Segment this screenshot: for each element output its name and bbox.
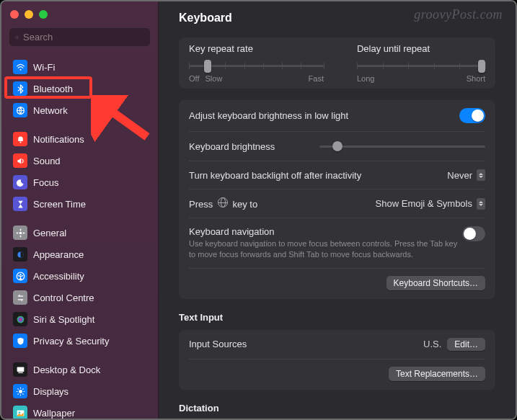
sidebar-item-focus[interactable]: Focus <box>9 172 151 192</box>
sidebar-item-label: Bluetooth <box>33 84 73 94</box>
sidebar-item-network[interactable]: Network <box>9 100 151 120</box>
sidebar-item-label: Sound <box>33 156 61 166</box>
close-window-button[interactable] <box>10 10 19 19</box>
input-sources-edit-button[interactable]: Edit… <box>447 338 485 351</box>
watermark-text: groovyPost.com <box>414 7 503 22</box>
zoom-window-button[interactable] <box>39 10 48 19</box>
svg-rect-7 <box>19 235 21 236</box>
sidebar-item-screen-time[interactable]: Screen Time <box>9 194 151 214</box>
delay-until-repeat-slider[interactable] <box>357 58 485 73</box>
sidebar-item-siri-spotlight[interactable]: Siri & Spotlight <box>9 309 151 329</box>
globe-key-value: Show Emoji & Symbols <box>376 198 472 209</box>
svg-point-0 <box>16 36 18 38</box>
svg-point-26 <box>18 411 19 413</box>
backlight-off-value: Never <box>447 170 472 181</box>
sidebar-item-label: Control Centre <box>33 292 94 303</box>
delay-long-label: Long <box>357 74 374 83</box>
dictation-heading: Dictation <box>179 403 495 414</box>
svg-point-4 <box>19 141 21 143</box>
input-sources-label: Input Sources <box>189 339 247 349</box>
sidebar-item-desktop-dock[interactable]: Desktop & Dock <box>9 359 151 380</box>
chevron-updown-icon <box>477 169 485 181</box>
text-input-panel: Input Sources U.S. Edit… Text Replacemen… <box>179 330 495 390</box>
search-icon <box>15 32 19 43</box>
chevron-updown-icon <box>477 198 485 210</box>
gear-icon <box>13 225 27 240</box>
sidebar-item-control-centre[interactable]: Control Centre <box>9 287 151 308</box>
sidebar-item-label: Wi-Fi <box>33 62 55 73</box>
sidebar-item-label: Appearance <box>33 249 84 260</box>
delay-until-repeat-label: Delay until repeat <box>357 43 485 54</box>
sidebar-item-displays[interactable]: Displays <box>9 381 151 401</box>
svg-rect-9 <box>22 232 24 233</box>
rate-off-label: Off <box>189 74 199 83</box>
network-icon <box>13 103 27 117</box>
hourglass-icon <box>13 197 27 211</box>
settings-window: Wi-FiBluetoothNetworkNotificationsSoundF… <box>0 0 517 420</box>
keyboard-brightness-slider[interactable] <box>319 140 485 153</box>
sidebar-item-appearance[interactable]: Appearance <box>9 244 151 264</box>
sidebar-item-label: Displays <box>33 386 69 397</box>
delay-short-label: Short <box>467 74 485 83</box>
keyboard-navigation-desc: Use keyboard navigation to move focus be… <box>189 238 462 260</box>
key-repeat-rate-label: Key repeat rate <box>189 43 324 54</box>
svg-point-2 <box>19 68 21 70</box>
sidebar-item-privacy-security[interactable]: Privacy & Security <box>9 331 151 351</box>
svg-rect-6 <box>19 228 21 230</box>
rate-slow-label: Slow <box>205 74 222 83</box>
sidebar-item-label: Desktop & Dock <box>33 365 100 375</box>
sidebar-item-notifications[interactable]: Notifications <box>9 129 151 149</box>
text-replacements-button[interactable]: Text Replacements… <box>389 367 485 381</box>
globe-key-popup[interactable]: Show Emoji & Symbols <box>376 198 485 210</box>
brightness-low-light-label: Adjust keyboard brightness in low light <box>189 110 348 121</box>
svg-line-23 <box>17 393 18 394</box>
wifi-icon <box>13 60 27 74</box>
svg-rect-14 <box>17 367 24 372</box>
accessibility-icon <box>13 269 27 283</box>
sidebar-item-wi-fi[interactable]: Wi-Fi <box>9 57 151 77</box>
sidebar-item-label: Privacy & Security <box>33 336 109 347</box>
siri-icon <box>13 312 27 326</box>
search-field[interactable] <box>9 27 151 47</box>
sidebar-item-sound[interactable]: Sound <box>9 151 151 171</box>
sidebar-item-label: Network <box>33 105 68 116</box>
displays-icon <box>13 384 27 398</box>
sidebar-item-accessibility[interactable]: Accessibility <box>9 266 151 286</box>
sidebar-item-bluetooth[interactable]: Bluetooth <box>9 79 151 99</box>
brightness-low-light-toggle[interactable] <box>459 108 485 123</box>
bell-icon <box>13 132 27 146</box>
window-controls <box>9 9 151 27</box>
text-input-heading: Text Input <box>179 312 495 323</box>
svg-rect-8 <box>16 232 17 233</box>
svg-point-16 <box>19 390 22 393</box>
keyboard-navigation-label: Keyboard navigation <box>189 226 462 237</box>
sidebar-item-general[interactable]: General <box>9 223 151 243</box>
svg-point-5 <box>19 231 22 234</box>
privacy-icon <box>13 334 27 348</box>
sidebar-item-wallpaper[interactable]: Wallpaper <box>9 403 151 419</box>
svg-line-21 <box>17 388 18 389</box>
svg-line-24 <box>22 388 23 389</box>
minimize-window-button[interactable] <box>25 10 33 19</box>
backlight-off-popup[interactable]: Never <box>447 169 485 181</box>
key-repeat-panel: Key repeat rate OffSlow Fast Delay until… <box>179 37 495 89</box>
sidebar-item-label: Siri & Spotlight <box>33 314 94 325</box>
rate-fast-label: Fast <box>309 74 324 83</box>
sidebar-item-label: Accessibility <box>33 271 84 282</box>
wallpaper-icon <box>13 406 27 419</box>
key-repeat-rate-slider[interactable] <box>189 58 324 73</box>
focus-icon <box>13 175 27 189</box>
search-input[interactable] <box>23 32 144 43</box>
control-icon <box>13 290 27 305</box>
input-sources-value: U.S. <box>423 339 441 349</box>
sidebar-item-label: Notifications <box>33 134 84 145</box>
keyboard-shortcuts-button[interactable]: Keyboard Shortcuts… <box>386 276 485 290</box>
bluetooth-icon <box>13 81 27 96</box>
globe-icon <box>218 197 228 207</box>
sidebar: Wi-FiBluetoothNetworkNotificationsSoundF… <box>1 1 159 419</box>
svg-line-22 <box>22 393 23 394</box>
sidebar-item-label: General <box>33 228 66 238</box>
backlight-off-label: Turn keyboard backlight off after inacti… <box>189 170 361 181</box>
keyboard-navigation-toggle[interactable] <box>462 226 485 241</box>
sidebar-item-label: Focus <box>33 177 58 188</box>
